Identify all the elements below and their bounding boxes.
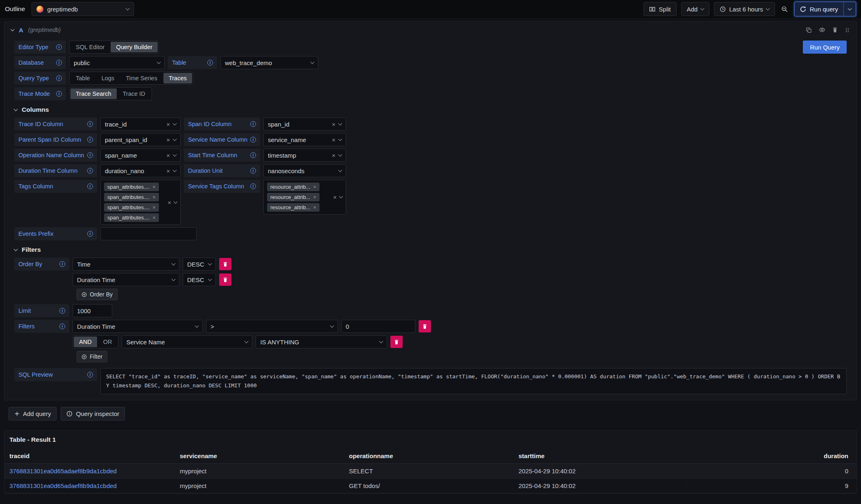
clear-icon[interactable] — [332, 121, 335, 127]
trash-icon[interactable] — [832, 27, 838, 33]
column-header-operationname[interactable]: operationname — [349, 452, 519, 459]
query-type-traces-option[interactable]: Traces — [163, 73, 192, 84]
info-icon[interactable] — [87, 121, 93, 127]
table-select[interactable]: web_trace_demo — [220, 56, 318, 69]
info-icon[interactable] — [250, 183, 256, 189]
tag-pill[interactable]: span_attributes.... — [104, 213, 159, 222]
info-icon[interactable] — [250, 168, 256, 174]
clear-icon[interactable] — [166, 168, 170, 174]
remove-tag-icon[interactable] — [313, 205, 317, 210]
filters-section-toggle[interactable]: Filters — [14, 246, 847, 253]
service-tag-pill[interactable]: resource_attrib... — [267, 183, 319, 191]
span-id-column-select[interactable]: span_id — [263, 118, 346, 131]
trace-mode-id-option[interactable]: Trace ID — [118, 88, 151, 99]
remove-tag-icon[interactable] — [152, 194, 156, 200]
query-inspector-button[interactable]: Query inspector — [61, 407, 125, 420]
limit-input[interactable] — [73, 304, 112, 317]
clear-icon[interactable] — [332, 152, 335, 158]
info-icon[interactable] — [87, 137, 93, 142]
column-header-duration[interactable]: duration — [687, 452, 852, 459]
query-type-table-option[interactable]: Table — [70, 73, 95, 84]
service-tag-pill[interactable]: resource_attrib... — [267, 193, 319, 201]
remove-tag-icon[interactable] — [313, 184, 317, 190]
info-icon[interactable] — [59, 323, 65, 329]
info-icon[interactable] — [250, 137, 256, 142]
tags-column-multiselect[interactable]: span_attributes.... span_attributes.... … — [100, 180, 181, 225]
order-by-field-select[interactable]: Time — [73, 258, 179, 271]
duration-unit-select[interactable]: nanoseconds — [263, 164, 346, 177]
query-row-header[interactable]: A (greptimedb) — [5, 22, 856, 38]
remove-tag-icon[interactable] — [152, 184, 156, 190]
filter-field-select[interactable]: Duration Time — [73, 320, 203, 333]
clear-icon[interactable] — [333, 194, 337, 200]
info-icon[interactable] — [56, 75, 62, 81]
filter-value-input[interactable] — [341, 320, 415, 333]
order-by-direction-select[interactable]: DESC — [183, 273, 216, 286]
remove-filter-button[interactable] — [419, 320, 431, 332]
info-icon[interactable] — [207, 60, 213, 66]
info-icon[interactable] — [56, 91, 62, 97]
remove-tag-icon[interactable] — [313, 194, 317, 200]
column-header-traceid[interactable]: traceid — [9, 452, 180, 459]
info-icon[interactable] — [87, 168, 93, 174]
duration-time-column-select[interactable]: duration_nano — [100, 164, 181, 177]
tag-pill[interactable]: span_attributes.... — [104, 183, 159, 191]
remove-order-by-button[interactable] — [219, 273, 231, 286]
query-type-logs-option[interactable]: Logs — [96, 73, 120, 84]
info-icon[interactable] — [87, 231, 93, 237]
clear-icon[interactable] — [166, 137, 170, 143]
trace-id-column-select[interactable]: trace_id — [100, 118, 181, 131]
order-by-field-select[interactable]: Duration Time — [73, 273, 179, 286]
clear-icon[interactable] — [332, 137, 335, 143]
zoom-out-button[interactable] — [779, 4, 790, 14]
eye-icon[interactable] — [819, 27, 825, 33]
info-icon[interactable] — [250, 121, 256, 127]
column-header-starttime[interactable]: starttime — [519, 452, 687, 459]
add-query-button[interactable]: Add query — [9, 407, 57, 420]
remove-tag-icon[interactable] — [152, 215, 156, 220]
run-query-button[interactable]: Run query — [795, 2, 843, 16]
editor-type-builder-option[interactable]: Query Builder — [111, 42, 158, 52]
datasource-picker[interactable]: greptimedb — [32, 2, 134, 16]
info-icon[interactable] — [87, 183, 93, 189]
events-prefix-input[interactable] — [100, 227, 197, 240]
remove-filter-button[interactable] — [390, 336, 403, 348]
clear-icon[interactable] — [168, 199, 171, 206]
clear-icon[interactable] — [166, 121, 170, 127]
tag-pill[interactable]: span_attributes.... — [104, 193, 159, 201]
editor-type-sql-option[interactable]: SQL Editor — [70, 42, 110, 52]
info-icon[interactable] — [56, 44, 62, 50]
clear-icon[interactable] — [166, 152, 170, 158]
tag-pill[interactable]: span_attributes.... — [104, 203, 159, 212]
parent-span-id-column-select[interactable]: parent_span_id — [100, 133, 181, 146]
split-button[interactable]: Split — [643, 2, 676, 16]
add-filter-button[interactable]: Filter — [77, 351, 107, 362]
filter-field-select[interactable]: Service Name — [122, 335, 252, 348]
info-icon[interactable] — [59, 261, 65, 267]
trace-mode-search-option[interactable]: Trace Search — [70, 88, 117, 99]
query-type-timeseries-option[interactable]: Time Series — [120, 73, 163, 84]
info-icon[interactable] — [250, 152, 256, 158]
filter-operator-select[interactable]: IS ANYTHING — [256, 335, 387, 348]
service-tags-multiselect[interactable]: resource_attrib... resource_attrib... re… — [263, 180, 346, 215]
add-order-by-button[interactable]: Order By — [77, 289, 118, 300]
start-time-column-select[interactable]: timestamp — [263, 149, 346, 162]
filter-operator-select[interactable]: > — [206, 320, 338, 333]
service-tag-pill[interactable]: resource_attrib... — [267, 203, 319, 212]
filter-logic-and-option[interactable]: AND — [74, 337, 97, 347]
info-icon[interactable] — [87, 152, 93, 158]
info-icon[interactable] — [56, 60, 62, 66]
drag-handle-icon[interactable] — [845, 27, 850, 33]
database-select[interactable]: public — [69, 56, 165, 69]
add-button[interactable]: Add — [681, 2, 710, 16]
remove-order-by-button[interactable] — [219, 258, 231, 270]
filter-logic-or-option[interactable]: OR — [98, 337, 118, 347]
info-icon[interactable] — [59, 308, 65, 314]
order-by-direction-select[interactable]: DESC — [183, 258, 216, 271]
operation-name-column-select[interactable]: span_name — [100, 149, 181, 162]
columns-section-toggle[interactable]: Columns — [14, 106, 847, 113]
column-header-servicename[interactable]: servicename — [180, 452, 349, 459]
time-range-picker[interactable]: Last 6 hours — [714, 2, 775, 16]
service-name-column-select[interactable]: service_name — [263, 133, 346, 146]
trace-id-link[interactable]: 3768831301ea0d65adaef8b9da1cbded — [9, 468, 117, 475]
